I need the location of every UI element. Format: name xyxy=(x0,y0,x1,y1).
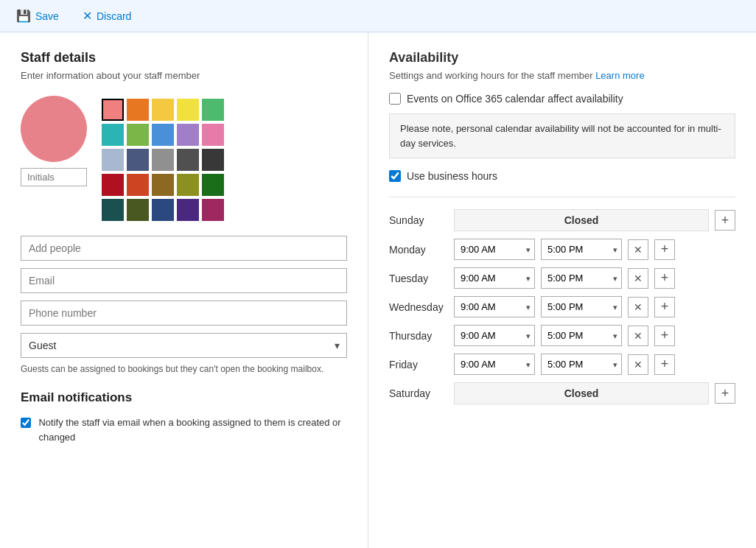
color-swatch-3[interactable] xyxy=(177,99,199,121)
o365-checkbox-row: Events on Office 365 calendar affect ava… xyxy=(389,93,735,105)
start-time-wrapper-friday: 9:00 AM9:30 AM10:00 AM10:30 AM11:00 AM12… xyxy=(454,354,535,375)
o365-label: Events on Office 365 calendar affect ava… xyxy=(407,93,623,105)
color-swatch-1[interactable] xyxy=(127,99,149,121)
add-people-input[interactable] xyxy=(21,236,347,261)
schedule-divider xyxy=(389,197,735,197)
use-biz-hours-checkbox[interactable] xyxy=(389,170,401,182)
notify-checkbox-row: Notify the staff via email when a bookin… xyxy=(21,415,347,444)
color-grid xyxy=(102,99,224,221)
end-time-wrapper-friday: 1:00 PM2:00 PM3:00 PM4:00 PM5:00 PM5:30 … xyxy=(541,354,622,375)
start-time-select-monday[interactable]: 9:00 AM9:30 AM10:00 AM10:30 AM11:00 AM12… xyxy=(454,239,535,260)
start-time-select-tuesday[interactable]: 9:00 AM9:30 AM10:00 AM10:30 AM11:00 AM12… xyxy=(454,267,535,289)
add-hours-button-sunday[interactable]: + xyxy=(715,210,735,231)
end-time-select-thursday[interactable]: 1:00 PM2:00 PM3:00 PM4:00 PM5:00 PM5:30 … xyxy=(541,325,622,346)
guest-note: Guests can be assigned to bookings but t… xyxy=(21,362,347,376)
color-swatch-4[interactable] xyxy=(202,99,224,121)
start-time-select-wednesday[interactable]: 9:00 AM9:30 AM10:00 AM10:30 AM11:00 AM12… xyxy=(454,296,535,317)
schedule-row-friday: Friday9:00 AM9:30 AM10:00 AM10:30 AM11:0… xyxy=(389,354,735,375)
end-time-select-monday[interactable]: 1:00 PM2:00 PM3:00 PM4:00 PM5:00 PM5:30 … xyxy=(541,239,622,260)
phone-input[interactable] xyxy=(21,301,347,326)
end-time-select-wednesday[interactable]: 1:00 PM2:00 PM3:00 PM4:00 PM5:00 PM5:30 … xyxy=(541,296,622,317)
end-time-wrapper-tuesday: 1:00 PM2:00 PM3:00 PM4:00 PM5:00 PM5:30 … xyxy=(541,267,622,289)
add-hours-button-saturday[interactable]: + xyxy=(715,383,735,404)
notice-box: Please note, personal calendar availabil… xyxy=(389,113,735,158)
initials-input[interactable] xyxy=(21,168,87,186)
main-content: Staff details Enter information about yo… xyxy=(0,32,756,548)
start-time-wrapper-wednesday: 9:00 AM9:30 AM10:00 AM10:30 AM11:00 AM12… xyxy=(454,296,535,317)
schedule-row-sunday: SundayClosed+ xyxy=(389,209,735,231)
notify-label: Notify the staff via email when a bookin… xyxy=(38,415,347,444)
email-notifications-title: Email notifications xyxy=(21,390,347,405)
start-time-wrapper-monday: 9:00 AM9:30 AM10:00 AM10:30 AM11:00 AM12… xyxy=(454,239,535,260)
availability-subtitle-text: Settings and working hours for the staff… xyxy=(389,70,593,81)
end-time-wrapper-monday: 1:00 PM2:00 PM3:00 PM4:00 PM5:00 PM5:30 … xyxy=(541,239,622,260)
notify-checkbox[interactable] xyxy=(21,417,31,429)
remove-hours-button-thursday[interactable]: ✕ xyxy=(628,326,648,346)
learn-more-link[interactable]: Learn more xyxy=(595,70,644,81)
role-select-wrapper: GuestAdministratorViewer ▾ xyxy=(21,333,347,358)
color-swatch-2[interactable] xyxy=(152,99,174,121)
discard-button[interactable]: ✕ Discard xyxy=(78,6,136,26)
save-label: Save xyxy=(35,10,59,22)
staff-details-title: Staff details xyxy=(21,50,347,66)
start-time-wrapper-thursday: 9:00 AM9:30 AM10:00 AM10:30 AM11:00 AM12… xyxy=(454,325,535,346)
color-swatch-14[interactable] xyxy=(202,149,224,171)
add-hours-button-monday[interactable]: + xyxy=(654,239,675,260)
color-swatch-9[interactable] xyxy=(202,124,224,146)
role-select[interactable]: GuestAdministratorViewer xyxy=(21,333,347,358)
color-swatch-23[interactable] xyxy=(177,199,199,221)
avatar-section xyxy=(21,96,87,186)
add-hours-button-tuesday[interactable]: + xyxy=(654,268,675,289)
color-swatch-21[interactable] xyxy=(127,199,149,221)
closed-display-sunday: Closed xyxy=(454,209,709,231)
color-swatch-13[interactable] xyxy=(177,149,199,171)
day-label-friday: Friday xyxy=(389,359,448,370)
color-swatch-7[interactable] xyxy=(152,124,174,146)
use-biz-hours-label: Use business hours xyxy=(407,170,497,182)
schedule-row-thursday: Thursday9:00 AM9:30 AM10:00 AM10:30 AM11… xyxy=(389,325,735,346)
toolbar: 💾 Save ✕ Discard xyxy=(0,0,756,32)
color-swatch-18[interactable] xyxy=(177,174,199,196)
avatar[interactable] xyxy=(21,96,87,162)
o365-checkbox[interactable] xyxy=(389,93,401,105)
email-input[interactable] xyxy=(21,268,347,293)
color-swatch-17[interactable] xyxy=(152,174,174,196)
save-icon: 💾 xyxy=(16,9,31,23)
start-time-select-friday[interactable]: 9:00 AM9:30 AM10:00 AM10:30 AM11:00 AM12… xyxy=(454,354,535,375)
start-time-select-thursday[interactable]: 9:00 AM9:30 AM10:00 AM10:30 AM11:00 AM12… xyxy=(454,325,535,346)
color-swatch-15[interactable] xyxy=(102,174,124,196)
color-swatch-6[interactable] xyxy=(127,124,149,146)
right-panel: Availability Settings and working hours … xyxy=(368,32,756,548)
day-label-sunday: Sunday xyxy=(389,214,448,226)
color-swatch-24[interactable] xyxy=(202,199,224,221)
schedule-row-saturday: SaturdayClosed+ xyxy=(389,382,735,404)
save-button[interactable]: 💾 Save xyxy=(12,6,63,26)
add-hours-button-wednesday[interactable]: + xyxy=(654,297,675,317)
color-swatch-10[interactable] xyxy=(102,149,124,171)
left-panel: Staff details Enter information about yo… xyxy=(0,32,368,548)
remove-hours-button-monday[interactable]: ✕ xyxy=(628,239,648,260)
add-hours-button-friday[interactable]: + xyxy=(654,354,675,375)
end-time-wrapper-thursday: 1:00 PM2:00 PM3:00 PM4:00 PM5:00 PM5:30 … xyxy=(541,325,622,346)
color-swatch-8[interactable] xyxy=(177,124,199,146)
color-swatch-0[interactable] xyxy=(102,99,124,121)
start-time-wrapper-tuesday: 9:00 AM9:30 AM10:00 AM10:30 AM11:00 AM12… xyxy=(454,267,535,289)
remove-hours-button-tuesday[interactable]: ✕ xyxy=(628,268,648,289)
schedule-row-tuesday: Tuesday9:00 AM9:30 AM10:00 AM10:30 AM11:… xyxy=(389,267,735,289)
add-hours-button-thursday[interactable]: + xyxy=(654,326,675,346)
color-swatch-12[interactable] xyxy=(152,149,174,171)
color-swatch-16[interactable] xyxy=(127,174,149,196)
color-swatch-5[interactable] xyxy=(102,124,124,146)
color-swatch-11[interactable] xyxy=(127,149,149,171)
avatar-row xyxy=(21,96,347,221)
availability-title: Availability xyxy=(389,50,735,66)
remove-hours-button-friday[interactable]: ✕ xyxy=(628,354,648,375)
color-swatch-19[interactable] xyxy=(202,174,224,196)
schedule-container: SundayClosed+Monday9:00 AM9:30 AM10:00 A… xyxy=(389,209,735,404)
end-time-select-tuesday[interactable]: 1:00 PM2:00 PM3:00 PM4:00 PM5:00 PM5:30 … xyxy=(541,267,622,289)
availability-subtitle: Settings and working hours for the staff… xyxy=(389,70,735,81)
color-swatch-20[interactable] xyxy=(102,199,124,221)
remove-hours-button-wednesday[interactable]: ✕ xyxy=(628,297,648,317)
color-swatch-22[interactable] xyxy=(152,199,174,221)
end-time-select-friday[interactable]: 1:00 PM2:00 PM3:00 PM4:00 PM5:00 PM5:30 … xyxy=(541,354,622,375)
